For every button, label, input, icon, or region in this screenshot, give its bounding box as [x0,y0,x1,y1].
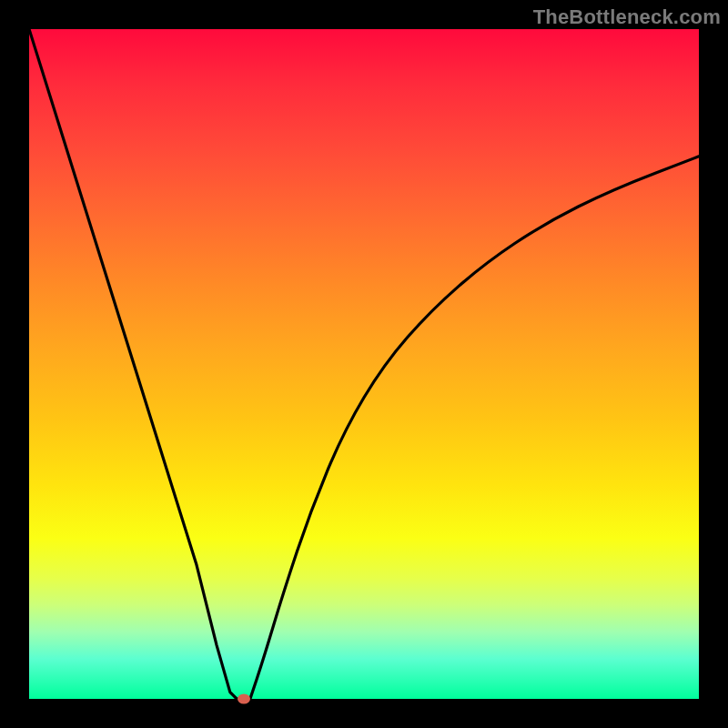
plot-area [29,29,699,699]
optimum-dot [238,694,250,704]
curve-path [29,29,699,699]
watermark-text: TheBottleneck.com [533,5,721,29]
chart-frame: TheBottleneck.com [0,0,728,728]
bottleneck-curve [29,29,699,699]
